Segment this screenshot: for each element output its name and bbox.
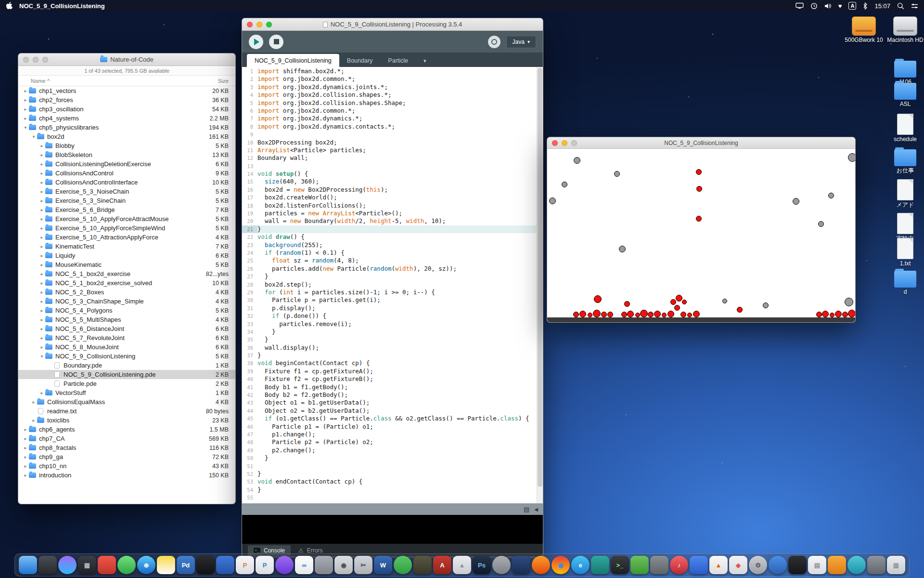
desktop-icon--[interactable]: 実験中 xyxy=(882,213,924,242)
dock-app-orange-icon[interactable] xyxy=(828,556,846,574)
file-row[interactable]: ▸Exercise_5_10_AttractionApplyForce4 KB xyxy=(18,233,235,242)
disclosure-triangle[interactable]: ▸ xyxy=(38,198,45,203)
desktop-icon-schedule[interactable]: schedule xyxy=(882,114,924,143)
code-editor[interactable]: 1import shiffman.box2d.*;2import org.jbo… xyxy=(242,67,543,503)
dock-app-teal-icon[interactable] xyxy=(591,556,609,574)
file-row[interactable]: ▸chp7_CA569 KB xyxy=(18,434,235,443)
minimize-button[interactable] xyxy=(257,22,262,27)
dock-app-pd-icon[interactable]: Pd xyxy=(177,556,195,574)
file-row[interactable]: ▸MouseKinematic5 KB xyxy=(18,260,235,269)
input-source-icon[interactable]: A xyxy=(848,2,856,10)
file-row[interactable]: ▸Blobby5 KB xyxy=(18,141,235,150)
notification-center-icon[interactable] xyxy=(911,3,918,9)
minimize-button[interactable] xyxy=(33,57,38,63)
desktop-icon-d[interactable]: d xyxy=(882,271,924,295)
file-row[interactable]: ▸chp3_oscillation54 KB xyxy=(18,105,235,114)
finder-icon[interactable] xyxy=(19,556,37,574)
acrobat-icon[interactable]: A xyxy=(433,556,451,574)
file-row[interactable]: ▾chp5_physicslibraries194 KB xyxy=(18,123,235,132)
disclosure-triangle[interactable]: ▸ xyxy=(22,427,29,432)
file-row[interactable]: ▸NOC_5_4_Polygons5 KB xyxy=(18,306,235,315)
dock-app-blue-icon[interactable] xyxy=(216,556,234,574)
file-row[interactable]: ▸Exercise_5_3_NoiseChain5 KB xyxy=(18,187,235,196)
file-row[interactable]: NOC_5_9_CollisionListening.pde2 KB xyxy=(18,370,235,379)
word-icon[interactable]: W xyxy=(374,556,392,574)
file-row[interactable]: ▾box2d161 KB xyxy=(18,132,235,141)
file-row[interactable]: ▸Exercise_5_10_ApplyForceSimpleWind5 KB xyxy=(18,223,235,233)
close-button[interactable] xyxy=(23,57,29,63)
minimize-button[interactable] xyxy=(562,140,567,146)
notes-icon[interactable] xyxy=(157,556,175,574)
disclosure-triangle[interactable]: ▸ xyxy=(38,244,45,249)
desktop-icon--[interactable]: お仕事 xyxy=(882,149,924,174)
close-button[interactable] xyxy=(552,140,558,146)
chrome-icon[interactable]: ◉ xyxy=(552,556,570,574)
zoom-button[interactable] xyxy=(266,22,272,27)
file-row[interactable]: ▸chp2_forces36 KB xyxy=(18,95,235,105)
file-row[interactable]: ▸NOC_5_6_DistanceJoint6 KB xyxy=(18,324,235,333)
file-row[interactable]: ▸chp1_vectors20 KB xyxy=(18,86,235,95)
file-row[interactable]: ▸VectorStuff1 KB xyxy=(18,388,235,397)
disclosure-triangle[interactable]: ▸ xyxy=(38,289,45,295)
disclosure-triangle[interactable]: ▸ xyxy=(38,180,45,185)
console-output[interactable] xyxy=(242,515,543,544)
disclosure-triangle[interactable]: ▸ xyxy=(22,445,29,450)
file-row[interactable]: ▸NOC_5_1_box2d_exercise82...ytes xyxy=(18,269,235,278)
file-row[interactable]: ▸NOC_5_1_box2d_exercise_solved10 KB xyxy=(18,278,235,288)
dock-app-edge-icon[interactable]: e xyxy=(571,556,590,574)
disclosure-triangle[interactable]: ▸ xyxy=(30,399,37,405)
disclosure-triangle[interactable]: ▾ xyxy=(22,125,29,130)
tab-NOC_5_9_CollisionListening[interactable]: NOC_5_9_CollisionListening xyxy=(247,54,339,67)
ide-titlebar[interactable]: NOC_5_9_CollisionListening | Processing … xyxy=(242,18,543,31)
tab-menu-button[interactable]: ▾ xyxy=(419,54,431,67)
dock-app-doc-icon[interactable]: ▤ xyxy=(808,556,826,574)
desktop-icon--[interactable]: メアド xyxy=(882,179,924,208)
dock-app-utility-icon[interactable]: ✂ xyxy=(354,556,372,574)
disclosure-triangle[interactable]: ▸ xyxy=(38,280,45,286)
vlc-icon[interactable]: ▲ xyxy=(709,556,728,574)
dock-app-camera-icon[interactable]: ◉ xyxy=(334,556,353,574)
sketch-titlebar[interactable]: NOC_5_9_CollisionListening xyxy=(547,137,855,149)
disclosure-triangle[interactable]: ▸ xyxy=(38,253,45,258)
dock-app-black-icon[interactable] xyxy=(196,556,215,574)
desktop-icon-1-txt[interactable]: 1.txt xyxy=(882,238,924,267)
menu-clock[interactable]: 15:07 xyxy=(874,2,890,10)
file-row[interactable]: ▸KinematicTest7 KB xyxy=(18,242,235,251)
time-machine-menu-icon[interactable] xyxy=(810,2,818,10)
disclosure-triangle[interactable]: ▸ xyxy=(38,171,45,176)
disclosure-triangle[interactable]: ▸ xyxy=(30,418,37,423)
dock-app-green2-icon[interactable] xyxy=(630,556,649,574)
volume-menu-icon[interactable] xyxy=(824,3,832,9)
dock-app-gray-orb-icon[interactable] xyxy=(492,556,511,574)
file-row[interactable]: ▸chp8_fractals116 KB xyxy=(18,443,235,452)
photoshop-icon[interactable]: Ps xyxy=(473,556,491,574)
desktop-icon-macintosh-hd[interactable]: Macintosh HD xyxy=(882,16,924,43)
collapse-console-icon[interactable]: ◀ xyxy=(534,507,538,512)
disclosure-triangle[interactable]: ▸ xyxy=(38,143,45,148)
siri-icon[interactable] xyxy=(58,556,77,574)
disclosure-triangle[interactable]: ▸ xyxy=(22,454,29,460)
dock-app-gray2-icon[interactable] xyxy=(867,556,886,574)
file-row[interactable]: ▸NOC_5_2_Boxes4 KB xyxy=(18,288,235,297)
terminal-icon[interactable]: >_ xyxy=(611,556,629,574)
disclosure-triangle[interactable]: ▸ xyxy=(38,262,45,267)
dock-app-maps-icon[interactable]: ◆ xyxy=(729,556,747,574)
disclosure-triangle[interactable]: ▸ xyxy=(22,106,29,112)
file-row[interactable]: Boundary.pde1 KB xyxy=(18,361,235,370)
dock-app-purple-icon[interactable] xyxy=(275,556,294,574)
disclosure-triangle[interactable]: ▾ xyxy=(38,354,45,359)
stop-button[interactable] xyxy=(269,35,283,49)
disclosure-triangle[interactable]: ▸ xyxy=(38,390,45,395)
tab-Particle[interactable]: Particle xyxy=(380,54,416,67)
disclosure-triangle[interactable]: ▸ xyxy=(22,463,29,469)
disclosure-triangle[interactable]: ▸ xyxy=(38,225,45,231)
safari-icon[interactable]: ⊕ xyxy=(137,556,155,574)
dock-app-gray-icon[interactable] xyxy=(315,556,333,574)
copy-console-icon[interactable]: ▤ xyxy=(524,506,529,513)
file-row[interactable]: ▸Exercise_5_3_SineChain5 KB xyxy=(18,196,235,205)
run-button[interactable] xyxy=(249,35,263,49)
desktop-icon-asl[interactable]: ASL xyxy=(882,83,924,107)
debug-button[interactable] xyxy=(488,36,500,48)
disclosure-triangle[interactable]: ▸ xyxy=(38,216,45,222)
editor-scrollbar[interactable] xyxy=(537,67,543,503)
